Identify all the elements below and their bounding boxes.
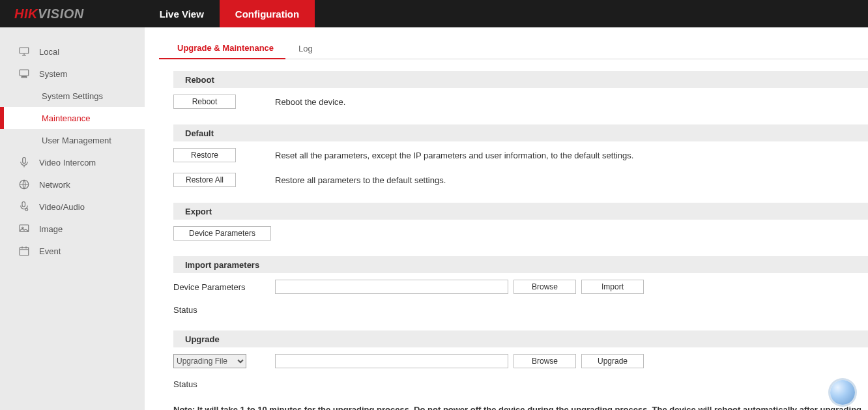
sidebar-label-event: Event — [39, 246, 61, 256]
reboot-button[interactable]: Reboot — [173, 95, 236, 109]
microphone-icon — [18, 156, 30, 168]
section-header-upgrade: Upgrade — [173, 330, 868, 347]
image-icon — [18, 223, 30, 235]
section-header-default: Default — [173, 124, 868, 141]
restore-description: Reset all the parameters, except the IP … — [275, 151, 633, 160]
section-export: Export Device Parameters — [173, 203, 868, 244]
sidebar-item-system-settings[interactable]: System Settings — [0, 85, 145, 107]
content-panel: Upgrade & Maintenance Log Reboot Reboot … — [145, 27, 868, 410]
video-audio-icon — [18, 201, 30, 212]
restore-all-button[interactable]: Restore All — [173, 173, 236, 187]
svg-rect-3 — [23, 158, 26, 164]
sidebar-item-event[interactable]: Event — [0, 240, 145, 262]
restore-button[interactable]: Restore — [173, 148, 236, 162]
main-area: Local System System Settings Maintenance… — [0, 27, 868, 410]
svg-rect-0 — [20, 48, 29, 53]
upgrade-status-label: Status — [173, 379, 275, 389]
topbar: HIKVISION Live View Configuration — [0, 0, 868, 27]
secondary-tabs: Upgrade & Maintenance Log — [159, 38, 868, 59]
sidebar-item-user-management[interactable]: User Management — [0, 129, 145, 151]
import-file-input[interactable] — [275, 280, 508, 294]
assistant-orb-icon[interactable] — [830, 380, 855, 405]
upgrade-browse-button[interactable]: Browse — [514, 354, 576, 368]
sidebar-item-local[interactable]: Local — [0, 40, 145, 63]
sidebar: Local System System Settings Maintenance… — [0, 27, 145, 410]
brand-logo: HIKVISION — [0, 0, 100, 27]
section-default: Default Restore Reset all the parameters… — [173, 124, 868, 191]
system-icon — [18, 68, 30, 80]
sidebar-item-network[interactable]: Network — [0, 173, 145, 196]
svg-point-6 — [25, 209, 28, 211]
monitor-icon — [18, 46, 30, 57]
svg-rect-2 — [22, 77, 27, 78]
calendar-icon — [18, 245, 30, 257]
import-browse-button[interactable]: Browse — [514, 280, 576, 294]
upgrade-button[interactable]: Upgrade — [581, 354, 644, 368]
upgrade-file-input[interactable] — [275, 354, 508, 368]
brand-prefix: HIK — [14, 7, 38, 22]
sidebar-item-image[interactable]: Image — [0, 218, 145, 240]
reboot-description: Reboot the device. — [275, 97, 345, 107]
section-reboot: Reboot Reboot Reboot the device. — [173, 71, 868, 113]
sidebar-item-maintenance[interactable]: Maintenance — [0, 107, 145, 129]
restore-all-description: Restore all parameters to the default se… — [275, 175, 446, 185]
section-import: Import parameters Device Parameters Brow… — [173, 256, 868, 319]
svg-rect-9 — [20, 248, 29, 256]
sidebar-label-image: Image — [39, 224, 63, 234]
sidebar-label-video-intercom: Video Intercom — [39, 158, 96, 168]
nav-configuration[interactable]: Configuration — [220, 0, 315, 27]
svg-rect-1 — [20, 70, 29, 76]
sidebar-label-local: Local — [39, 47, 59, 57]
sidebar-label-maintenance: Maintenance — [42, 113, 90, 123]
upgrade-type-select[interactable]: Upgrading File — [173, 354, 246, 368]
export-device-params-button[interactable]: Device Parameters — [173, 226, 271, 241]
tab-upgrade-maintenance[interactable]: Upgrade & Maintenance — [159, 38, 285, 59]
sidebar-label-user-management: User Management — [42, 136, 111, 145]
section-header-import: Import parameters — [173, 256, 868, 273]
import-button[interactable]: Import — [581, 280, 644, 294]
import-status-label: Status — [173, 305, 275, 315]
globe-icon — [18, 179, 30, 190]
brand-suffix: VISION — [38, 7, 84, 22]
sidebar-item-system[interactable]: System — [0, 63, 145, 85]
nav-live-view[interactable]: Live View — [144, 0, 220, 27]
section-header-export: Export — [173, 203, 868, 220]
section-upgrade: Upgrade Upgrading File Browse Upgrade St… — [173, 330, 868, 393]
sidebar-label-system: System — [39, 69, 67, 79]
upgrade-note: Note: It will take 1 to 10 minutes for t… — [173, 405, 868, 410]
sidebar-label-system-settings: System Settings — [42, 91, 103, 101]
sidebar-item-video-audio[interactable]: Video/Audio — [0, 196, 145, 218]
sidebar-item-video-intercom[interactable]: Video Intercom — [0, 151, 145, 173]
sidebar-label-video-audio: Video/Audio — [39, 202, 85, 212]
svg-rect-5 — [22, 202, 25, 207]
import-device-params-label: Device Parameters — [173, 282, 275, 292]
tab-log[interactable]: Log — [285, 38, 325, 59]
section-header-reboot: Reboot — [173, 71, 868, 88]
sidebar-label-network: Network — [39, 180, 70, 190]
